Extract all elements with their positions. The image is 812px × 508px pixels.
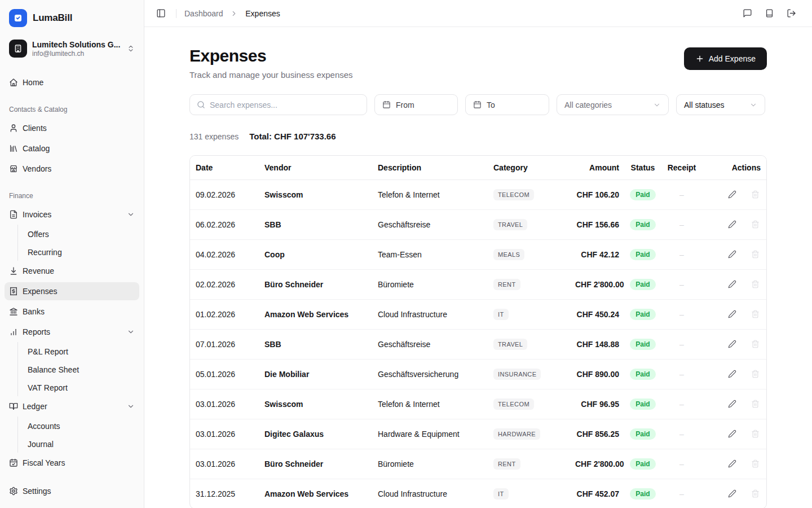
edit-expense-button[interactable] xyxy=(725,426,740,441)
docs-button[interactable] xyxy=(762,6,776,20)
sidebar-item-home[interactable]: Home xyxy=(5,73,139,91)
breadcrumb: Dashboard Expenses xyxy=(184,9,280,18)
filter-bar: From To All categories All statuses xyxy=(189,94,767,115)
edit-expense-button[interactable] xyxy=(725,336,740,352)
delete-expense-button[interactable] xyxy=(748,306,763,322)
search-input[interactable] xyxy=(210,100,360,110)
expense-row[interactable]: 02.02.2026 Büro Schneider Büromiete RENT… xyxy=(190,269,767,299)
expense-date: 01.02.2026 xyxy=(190,299,259,329)
expense-row[interactable]: 01.02.2026 Amazon Web Services Cloud Inf… xyxy=(190,299,767,329)
sidebar-item-settings[interactable]: Settings xyxy=(5,482,139,500)
pencil-icon xyxy=(728,459,736,468)
log-out-icon xyxy=(787,8,796,18)
column-header-amount: Amount xyxy=(570,156,625,179)
expense-vendor: Digitec Galaxus xyxy=(259,419,372,449)
delete-expense-button[interactable] xyxy=(748,217,763,232)
expense-row[interactable]: 05.01.2026 Die Mobiliar Geschäftsversich… xyxy=(190,359,767,389)
column-header-status: Status xyxy=(625,156,663,179)
receipt-placeholder: – xyxy=(663,179,703,209)
expense-row[interactable]: 04.02.2026 Coop Team-Essen MEALS CHF 42.… xyxy=(190,239,767,269)
column-header-date: Date xyxy=(190,156,259,179)
expense-table-body: 09.02.2026 Swisscom Telefon & Internet T… xyxy=(190,179,767,508)
feedback-button[interactable] xyxy=(740,6,754,20)
sidebar-item-banks[interactable]: Banks xyxy=(5,303,139,321)
logout-button[interactable] xyxy=(784,6,798,20)
sidebar-item-invoices[interactable]: Invoices xyxy=(5,205,139,224)
sidebar-item-label: P&L Report xyxy=(28,347,68,356)
breadcrumb-dashboard[interactable]: Dashboard xyxy=(184,9,223,18)
column-header-description: Description xyxy=(372,156,488,179)
sidebar-item-vat-report[interactable]: VAT Report xyxy=(23,379,139,396)
expense-description: Büromiete xyxy=(372,449,488,479)
account-email: info@lumitech.ch xyxy=(32,50,122,58)
expense-row[interactable]: 09.02.2026 Swisscom Telefon & Internet T… xyxy=(190,179,767,209)
edit-expense-button[interactable] xyxy=(725,277,740,292)
add-expense-button[interactable]: Add Expense xyxy=(684,47,767,70)
chevron-down-icon xyxy=(127,328,135,336)
sidebar-item-label: Accounts xyxy=(28,422,60,431)
category-badge: RENT xyxy=(493,458,520,470)
expense-row[interactable]: 03.01.2026 Swisscom Telefon & Internet T… xyxy=(190,389,767,419)
pencil-icon xyxy=(728,430,736,438)
delete-expense-button[interactable] xyxy=(748,456,763,471)
sidebar-item-journal[interactable]: Journal xyxy=(23,436,139,453)
expense-row[interactable]: 07.01.2026 SBB Geschäftsreise TRAVEL CHF… xyxy=(190,329,767,359)
sidebar-item-pl-report[interactable]: P&L Report xyxy=(23,343,139,360)
ledger-subnav: Accounts Journal xyxy=(17,417,139,453)
category-filter-select[interactable]: All categories xyxy=(557,94,669,115)
pencil-icon xyxy=(728,190,736,199)
expense-row[interactable]: 03.01.2026 Digitec Galaxus Hardware & Eq… xyxy=(190,419,767,449)
expense-row[interactable]: 31.12.2025 Amazon Web Services Cloud Inf… xyxy=(190,479,767,508)
sidebar-item-catalog[interactable]: Catalog xyxy=(5,139,139,157)
category-badge: MEALS xyxy=(493,249,524,260)
edit-expense-button[interactable] xyxy=(725,306,740,322)
status-filter-select[interactable]: All statuses xyxy=(676,94,765,115)
store-icon xyxy=(9,164,18,173)
sidebar-item-fiscal-years[interactable]: Fiscal Years xyxy=(5,454,139,472)
topbar-divider xyxy=(176,9,176,18)
brand-name: LumaBill xyxy=(33,12,72,24)
expense-row[interactable]: 06.02.2026 SBB Geschäftsreise TRAVEL CHF… xyxy=(190,209,767,239)
expense-description: Geschäftsversicherung xyxy=(372,359,488,389)
delete-expense-button[interactable] xyxy=(748,426,763,441)
sidebar-item-accounts[interactable]: Accounts xyxy=(23,418,139,435)
edit-expense-button[interactable] xyxy=(725,486,740,501)
sidebar-item-offers[interactable]: Offers xyxy=(23,226,139,243)
expense-amount: CHF 96.95 xyxy=(570,389,625,419)
sidebar-item-ledger[interactable]: Ledger xyxy=(5,397,139,415)
delete-expense-button[interactable] xyxy=(748,336,763,352)
edit-expense-button[interactable] xyxy=(725,456,740,471)
sidebar-toggle-button[interactable] xyxy=(154,6,168,20)
expense-vendor: Swisscom xyxy=(259,179,372,209)
sidebar-item-clients[interactable]: Clients xyxy=(5,119,139,137)
delete-expense-button[interactable] xyxy=(748,277,763,292)
edit-expense-button[interactable] xyxy=(725,366,740,382)
gear-icon xyxy=(9,487,18,496)
sidebar-item-vendors[interactable]: Vendors xyxy=(5,160,139,178)
account-switcher[interactable]: Lumitech Solutions G... info@lumitech.ch xyxy=(5,36,139,61)
expense-date: 03.01.2026 xyxy=(190,449,259,479)
date-from-button[interactable]: From xyxy=(374,94,458,115)
sidebar-item-recurring[interactable]: Recurring xyxy=(23,244,139,261)
edit-expense-button[interactable] xyxy=(725,247,740,262)
expense-amount: CHF 156.66 xyxy=(570,209,625,239)
sidebar-item-revenue[interactable]: Revenue xyxy=(5,262,139,280)
status-badge: Paid xyxy=(630,309,655,320)
delete-expense-button[interactable] xyxy=(748,366,763,382)
page-content: Expenses Track and manage your business … xyxy=(144,27,812,508)
delete-expense-button[interactable] xyxy=(748,486,763,501)
delete-expense-button[interactable] xyxy=(748,396,763,411)
delete-expense-button[interactable] xyxy=(748,187,763,202)
edit-expense-button[interactable] xyxy=(725,396,740,411)
expense-row[interactable]: 03.01.2026 Büro Schneider Büromiete RENT… xyxy=(190,449,767,479)
date-to-button[interactable]: To xyxy=(465,94,549,115)
expense-vendor: Amazon Web Services xyxy=(259,479,372,508)
sidebar-item-label: Settings xyxy=(23,487,51,496)
sidebar-item-balance-sheet[interactable]: Balance Sheet xyxy=(23,361,139,378)
edit-expense-button[interactable] xyxy=(725,187,740,202)
sidebar-item-reports[interactable]: Reports xyxy=(5,323,139,341)
status-filter-value: All statuses xyxy=(684,100,725,110)
sidebar-item-expenses[interactable]: Expenses xyxy=(5,282,139,300)
edit-expense-button[interactable] xyxy=(725,217,740,232)
delete-expense-button[interactable] xyxy=(748,247,763,262)
